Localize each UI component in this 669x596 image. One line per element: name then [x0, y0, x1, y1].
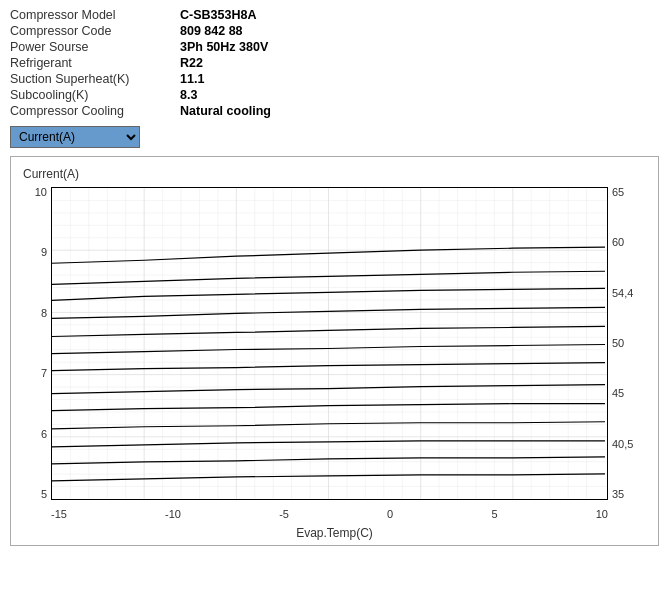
- value-refrigerant: R22: [180, 56, 203, 70]
- right-label-544: 54,4: [612, 288, 633, 299]
- y-label-9: 9: [41, 247, 47, 258]
- chart-x-title: Evap.Temp(C): [11, 526, 658, 540]
- chart-area: [51, 187, 608, 500]
- right-label-45: 45: [612, 388, 624, 399]
- y-label-10: 10: [35, 187, 47, 198]
- right-label-50: 50: [612, 338, 624, 349]
- value-power-source: 3Ph 50Hz 380V: [180, 40, 268, 54]
- label-power-source: Power Sourse: [10, 40, 180, 54]
- x-label-minus10: -10: [165, 508, 181, 520]
- value-cooling: Natural cooling: [180, 104, 271, 118]
- value-subcooling: 8.3: [180, 88, 197, 102]
- label-cooling: Compressor Cooling: [10, 104, 180, 118]
- dropdown-container[interactable]: Current(A) Power(W) EER Capacity(W): [10, 126, 659, 148]
- label-compressor-code: Compressor Code: [10, 24, 180, 38]
- y-label-5: 5: [41, 489, 47, 500]
- chart-type-select[interactable]: Current(A) Power(W) EER Capacity(W): [10, 126, 140, 148]
- info-row-code: Compressor Code 809 842 88: [10, 24, 659, 38]
- label-superheat: Suction Superheat(K): [10, 72, 180, 86]
- label-subcooling: Subcooling(K): [10, 88, 180, 102]
- right-label-60: 60: [612, 237, 624, 248]
- right-label-405: 40,5: [612, 439, 633, 450]
- x-label-minus15: -15: [51, 508, 67, 520]
- label-refrigerant: Refrigerant: [10, 56, 180, 70]
- info-row-model: Compressor Model C-SB353H8A: [10, 8, 659, 22]
- chart-y-title: Current(A): [23, 167, 79, 181]
- right-labels: 65 60 54,4 50 45 40,5 35: [612, 187, 652, 500]
- x-axis-labels: -15 -10 -5 0 5 10: [51, 508, 608, 520]
- y-label-8: 8: [41, 308, 47, 319]
- label-compressor-model: Compressor Model: [10, 8, 180, 22]
- right-label-35: 35: [612, 489, 624, 500]
- info-row-power: Power Sourse 3Ph 50Hz 380V: [10, 40, 659, 54]
- info-row-superheat: Suction Superheat(K) 11.1: [10, 72, 659, 86]
- chart-svg: [52, 188, 607, 499]
- info-table: Compressor Model C-SB353H8A Compressor C…: [10, 8, 659, 118]
- info-row-cooling: Compressor Cooling Natural cooling: [10, 104, 659, 118]
- value-compressor-model: C-SB353H8A: [180, 8, 256, 22]
- y-axis-labels: 10 9 8 7 6 5: [19, 187, 47, 500]
- x-label-0: 0: [387, 508, 393, 520]
- right-label-65: 65: [612, 187, 624, 198]
- main-container: Compressor Model C-SB353H8A Compressor C…: [0, 0, 669, 554]
- x-label-10: 10: [596, 508, 608, 520]
- chart-outer: Current(A) 10 9 8 7 6 5: [10, 156, 659, 546]
- info-row-subcooling: Subcooling(K) 8.3: [10, 88, 659, 102]
- y-label-6: 6: [41, 429, 47, 440]
- x-label-5: 5: [491, 508, 497, 520]
- value-compressor-code: 809 842 88: [180, 24, 243, 38]
- y-label-7: 7: [41, 368, 47, 379]
- x-label-minus5: -5: [279, 508, 289, 520]
- info-row-refrigerant: Refrigerant R22: [10, 56, 659, 70]
- value-superheat: 11.1: [180, 72, 204, 86]
